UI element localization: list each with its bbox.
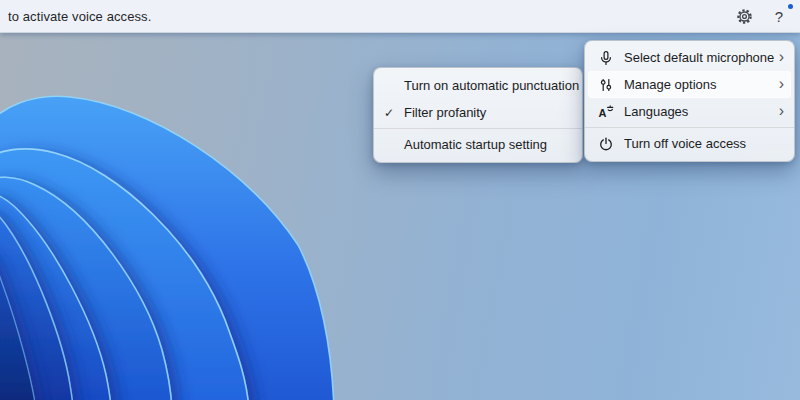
status-text: to activate voice access. bbox=[8, 9, 151, 24]
submenu-separator bbox=[374, 128, 582, 129]
menu-item-manage-options[interactable]: Manage options › bbox=[588, 71, 791, 98]
submenu-item-automatic-punctuation[interactable]: Turn on automatic punctuation bbox=[374, 72, 582, 99]
chevron-right-icon: › bbox=[779, 76, 784, 92]
topbar-icons: ? bbox=[734, 6, 788, 26]
microphone-icon bbox=[597, 49, 614, 66]
menu-item-select-default-microphone[interactable]: Select default microphone › bbox=[585, 44, 794, 71]
voice-access-settings-menu: Select default microphone › Manage optio… bbox=[584, 40, 795, 162]
menu-item-languages[interactable]: A Languages › bbox=[585, 98, 794, 125]
menu-item-label: Turn off voice access bbox=[624, 136, 784, 151]
power-icon bbox=[597, 135, 614, 152]
submenu-item-label: Filter profanity bbox=[404, 105, 486, 120]
language-icon: A bbox=[597, 103, 614, 120]
menu-item-label: Manage options bbox=[624, 77, 779, 92]
help-button[interactable]: ? bbox=[770, 6, 788, 26]
windows-bloom-graphic bbox=[0, 75, 340, 400]
settings-gear-icon[interactable] bbox=[734, 6, 754, 26]
sliders-icon bbox=[597, 76, 614, 93]
notification-dot bbox=[788, 4, 793, 9]
manage-options-submenu: Turn on automatic punctuation ✓ Filter p… bbox=[373, 67, 583, 163]
submenu-item-filter-profanity[interactable]: ✓ Filter profanity bbox=[374, 99, 582, 126]
voice-access-bar: to activate voice access. ? bbox=[0, 0, 800, 33]
voice-access-screen: to activate voice access. ? Turn on auto… bbox=[0, 0, 800, 400]
submenu-item-label: Turn on automatic punctuation bbox=[404, 78, 579, 93]
menu-item-turn-off-voice-access[interactable]: Turn off voice access bbox=[585, 130, 794, 157]
chevron-right-icon: › bbox=[779, 103, 784, 119]
menu-item-label: Languages bbox=[624, 104, 779, 119]
question-mark-icon: ? bbox=[775, 8, 783, 25]
menu-separator bbox=[585, 127, 794, 128]
submenu-item-automatic-startup[interactable]: Automatic startup setting bbox=[374, 131, 582, 158]
chevron-right-icon: › bbox=[779, 49, 784, 65]
svg-text:A: A bbox=[598, 107, 606, 119]
submenu-item-label: Automatic startup setting bbox=[404, 137, 547, 152]
menu-item-label: Select default microphone bbox=[624, 50, 779, 65]
checkmark-icon: ✓ bbox=[374, 106, 404, 120]
